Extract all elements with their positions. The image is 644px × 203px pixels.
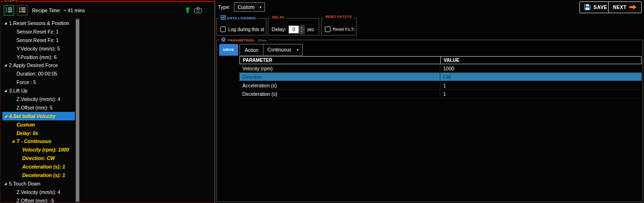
parameters-title-text: PARAMETERS- xyxy=(228,38,255,42)
steps-header: Recipe Time: ~ 41 mins xyxy=(4,5,208,16)
tree-item-label: Z.Offset (mm): 5 xyxy=(17,105,52,110)
tab-drive[interactable]: DRIVE xyxy=(219,44,238,56)
tree-item-label: Z.Velocity (mm/s): 4 xyxy=(17,96,60,102)
parameters-subtitle: Drive xyxy=(258,39,267,42)
reset-fx-content: Reset Fx,Tz,Ts xyxy=(325,25,355,34)
tree-item[interactable]: Z.Offset (mm): -5 xyxy=(2,196,75,203)
expander-icon[interactable]: ◢ xyxy=(12,139,17,143)
steps-detail-view-button[interactable] xyxy=(17,5,27,16)
tree-item[interactable]: ◢ 4.Set Initial Velocity xyxy=(2,112,75,120)
data-logging-content: Log during this step xyxy=(220,25,264,34)
chart-icon xyxy=(221,15,226,21)
app-window: STEPS Recipe Time: ~ 41 mins xyxy=(0,0,644,203)
camera-icon[interactable] xyxy=(194,7,202,14)
param-value-cell: 1 xyxy=(440,81,642,89)
log-during-step-checkbox[interactable] xyxy=(220,26,226,32)
tree-item[interactable]: ◢ T - Continuous xyxy=(2,137,75,145)
table-row[interactable]: Deceleration (s) 1 xyxy=(239,90,642,98)
parameters-table-body: Velocity (rpm) 1000 Direction CW Acceler… xyxy=(239,64,642,98)
tree-item-label: T - Continuous xyxy=(17,138,51,144)
action-label: Action xyxy=(240,44,263,55)
export-step-up-arrow-icon[interactable] xyxy=(185,7,190,14)
tree-item-label: 5.Touch Down xyxy=(9,181,41,186)
list-view-icon xyxy=(6,7,12,14)
parameters-title: PARAMETERS- Drive xyxy=(219,37,268,43)
delay-title: DELAY xyxy=(271,15,286,19)
tree-item[interactable]: Velocity (rpm): 1000 xyxy=(2,145,75,154)
steps-tree-scrollbar[interactable] xyxy=(75,18,80,203)
expander-icon[interactable]: ◢ xyxy=(4,21,9,25)
tree-item[interactable]: Y.Position (mm): 6 xyxy=(2,53,75,61)
parameters-group: PARAMETERS- Drive DRIVE Action Continuou… xyxy=(216,40,643,202)
delay-unit-label: sec xyxy=(307,27,314,32)
tree-item-label: Sensor.Reset Fz: 1 xyxy=(17,29,58,34)
tree-item[interactable]: Z.Velocity (mm/s): 4 xyxy=(2,188,75,196)
tree-item[interactable]: ◢ 2.Apply Desired Force xyxy=(2,61,75,69)
header-value: VALUE xyxy=(440,57,641,64)
spin-up-icon[interactable]: ▲ xyxy=(299,25,305,30)
tree-item[interactable]: ◢ 3.Lift Up xyxy=(2,86,75,95)
expander-icon[interactable]: ◢ xyxy=(4,63,9,67)
steps-header-actions xyxy=(185,7,202,14)
tree-item-label: Force : 5 xyxy=(17,79,36,85)
tree-item[interactable]: Delay: 0s xyxy=(2,129,75,137)
spin-down-icon[interactable]: ▼ xyxy=(299,30,305,34)
tree-item[interactable]: Acceleration (s): 1 xyxy=(2,162,75,171)
param-value-cell: 1 xyxy=(440,90,642,98)
reset-fx-title: RESET FX/TZ/TS xyxy=(324,15,353,18)
tree-item[interactable]: Z.Offset (mm): 5 xyxy=(2,103,75,112)
delay-spin-arrows: ▲ ▼ xyxy=(299,25,305,34)
tree-item[interactable]: Custom xyxy=(2,120,75,129)
next-button[interactable]: NEXT xyxy=(608,1,642,13)
tree-item[interactable]: Sensor.Reset Fx: 1 xyxy=(2,36,75,44)
tree-item-label: Deceleration (s): 1 xyxy=(22,172,65,178)
tree-item-label: Sensor.Reset Fx: 1 xyxy=(17,37,58,43)
type-dropdown[interactable]: Custom ▼ xyxy=(234,2,265,12)
tree-item-label: 4.Set Initial Velocity xyxy=(9,113,55,119)
table-row[interactable]: Velocity (rpm) 1000 xyxy=(239,64,642,73)
delay-label: Delay: xyxy=(272,26,286,32)
reset-fx-checkbox[interactable] xyxy=(325,26,330,32)
detail-view-icon xyxy=(19,7,25,14)
tree-item[interactable]: Deceleration (s): 1 xyxy=(2,171,75,179)
param-value-cell: 1000 xyxy=(440,64,642,72)
action-dropdown[interactable]: Continuous ▼ xyxy=(263,44,302,55)
tree-item[interactable]: Force : 5 xyxy=(2,78,75,86)
data-logging-group: DATA LOGGING Log during this step xyxy=(216,18,266,35)
save-button[interactable]: SAVE xyxy=(579,1,612,13)
tree-item[interactable]: Z.Velocity (mm/s): 4 xyxy=(2,95,75,103)
floppy-icon xyxy=(584,4,591,11)
tree-item[interactable]: Sensor.Reset Fz: 1 xyxy=(2,27,75,36)
param-name-cell: Acceleration (s) xyxy=(239,81,440,89)
steps-list-view-button[interactable] xyxy=(4,5,14,16)
recipe-time-value: ~ 41 mins xyxy=(63,8,85,13)
log-during-step-label: Log during this step xyxy=(228,27,264,32)
expander-icon[interactable]: ◢ xyxy=(4,89,9,93)
tree-item-label: Velocity (rpm): 1000 xyxy=(22,147,69,152)
arrow-right-icon xyxy=(629,4,637,11)
steps-tree: ◢ 1.Reset Sensors & Position Sensor.Rese… xyxy=(2,19,75,203)
next-button-label: NEXT xyxy=(613,5,627,10)
param-name-cell: Deceleration (s) xyxy=(239,90,440,98)
steps-panel-title: STEPS xyxy=(3,0,19,3)
recipe-time: Recipe Time: ~ 41 mins xyxy=(32,8,85,13)
tree-item[interactable]: ◢ 5.Touch Down xyxy=(2,179,75,188)
delay-input[interactable] xyxy=(289,25,299,34)
table-row[interactable]: Acceleration (s) 1 xyxy=(239,81,642,90)
expander-icon[interactable]: ◢ xyxy=(4,182,9,186)
tree-item-label: Y.Position (mm): 6 xyxy=(17,54,57,60)
tree-item[interactable]: Y.Velocity (mm/s): 5 xyxy=(2,44,75,53)
tree-item-label: Delay: 0s xyxy=(17,130,38,136)
tree-item-label: 2.Apply Desired Force xyxy=(9,62,58,68)
expander-icon[interactable]: ◢ xyxy=(4,114,9,118)
table-row[interactable]: Direction CW xyxy=(239,73,642,81)
scrollbar-thumb[interactable] xyxy=(76,19,79,202)
tree-item[interactable]: Duration: 00:00:05 xyxy=(2,69,75,78)
gear-icon xyxy=(221,37,226,43)
parameters-table-header: PARAMETER VALUE xyxy=(239,56,642,64)
tree-item[interactable]: Direction: CW xyxy=(2,154,75,162)
tree-item-label: Acceleration (s): 1 xyxy=(22,164,65,169)
reset-fx-label: Reset Fx,Tz,Ts xyxy=(333,27,355,32)
header-parameter: PARAMETER xyxy=(240,57,440,64)
tree-item[interactable]: ◢ 1.Reset Sensors & Position xyxy=(2,19,75,27)
